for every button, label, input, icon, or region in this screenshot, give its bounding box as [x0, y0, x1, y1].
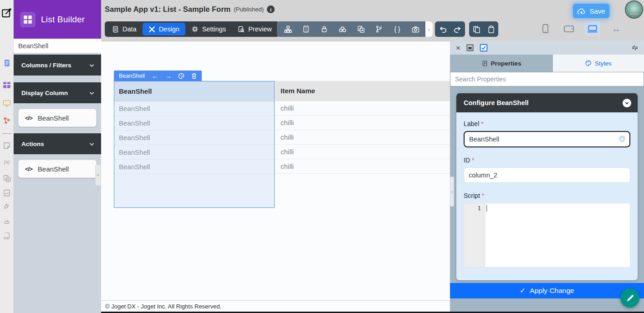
toolbar-overflow-icon[interactable]: › [425, 21, 433, 37]
structure-tree-icon[interactable] [279, 21, 297, 37]
tab-properties[interactable]: Properties [450, 55, 553, 72]
table-cell-item-name: chilli [275, 145, 450, 159]
pencil-icon [626, 294, 634, 303]
configure-section-header[interactable]: Configure BeanShell [456, 93, 638, 112]
multi-select-checkbox-icon[interactable] [480, 44, 488, 52]
form-builder-icon[interactable] [0, 59, 14, 67]
dock-window-icon[interactable] [466, 44, 474, 51]
sidebar-search-input[interactable] [14, 42, 103, 50]
screenshot-camera-icon[interactable] [406, 21, 424, 37]
configure-section-title: Configure BeanShell [464, 99, 529, 106]
table-cell-item-name: chilli [275, 130, 450, 145]
save-button[interactable]: Save [573, 4, 609, 18]
line-number-gutter: 1 [464, 203, 485, 267]
search-properties-input[interactable] [450, 72, 644, 86]
code-icon: </> [25, 166, 32, 172]
properties-panel-header: × [450, 41, 644, 55]
paste-icon[interactable] [485, 25, 497, 33]
column-header-cell[interactable]: BeanShell [114, 81, 274, 101]
sidebar-search: × [14, 39, 101, 53]
full-width-preview-icon[interactable]: ↔ [608, 22, 624, 35]
document-icon [482, 61, 488, 66]
page-template-icon[interactable] [0, 189, 14, 197]
tab-preview[interactable]: Preview [232, 23, 278, 35]
close-panel-icon[interactable]: × [456, 44, 460, 52]
variables-icon[interactable]: {x} [0, 159, 14, 165]
tab-data[interactable]: Data [106, 23, 143, 35]
properties-panel: × Properties Styles Configure BeanShell … [450, 41, 644, 313]
sidebar-section-actions[interactable]: Actions [14, 133, 101, 154]
process-builder-icon[interactable] [0, 116, 14, 125]
userview-builder-icon[interactable] [0, 99, 14, 107]
id-field-input[interactable] [464, 167, 630, 183]
panel-resize-handle[interactable]: || [450, 177, 454, 207]
tab-styles[interactable]: Styles [553, 55, 644, 72]
builder-tools-toolbar: { } › [277, 21, 433, 37]
list-builder-app: {x} List Builder × Columns / Fil [0, 0, 644, 313]
mobile-preview-icon[interactable] [537, 22, 553, 35]
copy-icon[interactable] [470, 25, 483, 33]
table-cell-beanshell: BeanShell [114, 131, 274, 145]
published-badge: (Published) [234, 6, 264, 13]
tablet-preview-icon[interactable] [561, 22, 577, 35]
sidebar-collapse-handle[interactable]: < [95, 165, 101, 186]
json-braces-icon[interactable]: { } [388, 21, 406, 37]
redo-icon[interactable] [451, 25, 464, 34]
undo-icon[interactable] [436, 25, 449, 34]
column-header-cell[interactable]: Item Name [275, 81, 450, 101]
cloud-upload-icon [577, 8, 586, 15]
performance-icon[interactable] [0, 217, 14, 225]
configure-section-body: Label * ID * Script * 1 [456, 112, 638, 280]
table-cell-item-name: chilli [275, 101, 450, 116]
undo-redo-group [435, 21, 465, 37]
move-left-icon[interactable]: ← [152, 72, 158, 80]
apply-change-button[interactable]: ✓ Apply Change [450, 283, 644, 298]
info-icon[interactable]: i [267, 5, 275, 13]
collapse-section-icon[interactable] [623, 99, 631, 107]
table-cell-beanshell: BeanShell [114, 101, 274, 116]
style-palette-icon[interactable] [178, 73, 184, 79]
sidebar-section-display-column[interactable]: Display Column [14, 82, 101, 103]
palette-item-beanshell-action[interactable]: </> BeanShell [18, 160, 97, 178]
topbar: Sample App v1: List - Sample Form (Publi… [101, 0, 644, 41]
permission-lock-icon[interactable] [315, 21, 333, 37]
label-field-label: Label * [464, 120, 630, 127]
i18n-globe-icon[interactable] [618, 135, 626, 142]
label-field-input[interactable] [464, 131, 630, 147]
palette-item-beanshell-column[interactable]: </> BeanShell [18, 109, 97, 127]
list-column-beanshell-selected[interactable]: BeanShell BeanShell BeanShell BeanShell … [114, 81, 275, 208]
preview-icon [238, 26, 245, 33]
translate-icon[interactable] [352, 21, 370, 37]
export-template-icon[interactable] [297, 21, 315, 37]
id-field-label: ID * [464, 156, 630, 164]
page-title: Sample App v1: List - Sample Form [105, 5, 230, 14]
copyright-text: © Joget DX - Joget Inc. All Rights Reser… [105, 303, 221, 310]
data-icon [112, 26, 119, 33]
selected-element-label: BeanShell [119, 73, 145, 79]
script-code-editor[interactable]: 1 [464, 203, 630, 268]
logs-icon[interactable] [0, 232, 14, 239]
list-builder-icon[interactable] [0, 81, 14, 89]
tab-settings[interactable]: Settings [185, 23, 232, 35]
table-cell-beanshell: BeanShell [114, 160, 274, 174]
check-icon: ✓ [520, 287, 526, 295]
tab-design[interactable]: Design [143, 23, 185, 35]
localization-icon[interactable] [0, 175, 14, 182]
sidebar-section-columns-filters[interactable]: Columns / Filters [14, 55, 101, 76]
plugins-icon[interactable] [0, 203, 14, 210]
notes-icon[interactable] [0, 142, 14, 149]
script-code-area[interactable] [485, 203, 630, 267]
collapse-panel-icon[interactable] [631, 44, 639, 51]
edit-builder-icon[interactable] [0, 7, 14, 18]
delete-trash-icon[interactable] [191, 73, 197, 79]
move-right-icon[interactable]: → [165, 72, 171, 80]
design-icon [148, 26, 155, 33]
review-binoculars-icon[interactable] [333, 21, 352, 37]
list-column-item-name[interactable]: Item Name chilli chilli chilli chilli ch… [275, 81, 450, 174]
properties-styles-tabs: Properties Styles [450, 55, 644, 72]
table-cell-item-name: chilli [275, 159, 450, 174]
edit-fab-button[interactable] [620, 288, 639, 308]
git-branch-icon[interactable] [370, 21, 388, 37]
user-avatar[interactable]: admin [625, 0, 643, 19]
desktop-preview-icon[interactable] [585, 22, 600, 35]
